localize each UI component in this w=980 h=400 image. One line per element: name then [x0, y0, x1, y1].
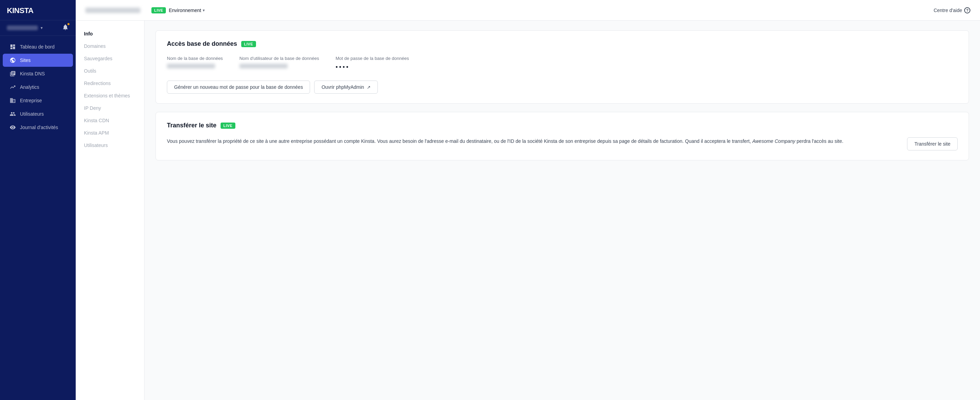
transfer-card-title-text: Transférer le site	[167, 122, 216, 129]
sidebar-item-label: Tableau de bord	[20, 44, 54, 49]
topbar: LIVE Environnement ▾ Centre d'aide ?	[76, 0, 980, 21]
sidebar-item-label: Journal d'activités	[20, 124, 58, 130]
transfer-btn-wrap: Transférer le site	[907, 137, 958, 150]
sidebar-item-label: Utilisateurs	[20, 111, 44, 117]
sidebar-item-label: Sites	[20, 57, 30, 63]
db-card-title: Accès base de données LIVE	[167, 40, 958, 48]
transfer-card-title: Transférer le site LIVE	[167, 122, 958, 129]
db-pass-label: Mot de passe de la base de données	[336, 56, 409, 61]
db-pass-field: Mot de passe de la base de données ••••	[336, 56, 409, 71]
db-user-label: Nom d'utilisateur de la base de données	[240, 56, 319, 61]
open-phpmyadmin-button[interactable]: Ouvrir phpMyAdmin ↗	[314, 81, 378, 94]
db-card-title-text: Accès base de données	[167, 40, 237, 48]
db-action-buttons: Générer un nouveau mot de passe pour la …	[167, 81, 958, 94]
side-menu-item-kinsta-apm[interactable]: Kinsta APM	[76, 127, 144, 139]
sidebar: KINSTA ▾ Tableau de bord Sites Kinsta DN…	[0, 0, 76, 400]
db-live-badge: LIVE	[241, 41, 256, 47]
help-circle-icon: ?	[964, 7, 970, 13]
side-menu-item-utilisateurs[interactable]: Utilisateurs	[76, 139, 144, 151]
help-center-link[interactable]: Centre d'aide ?	[934, 7, 970, 13]
account-name-blur	[7, 25, 38, 30]
transfer-site-button[interactable]: Transférer le site	[907, 137, 958, 150]
sidebar-item-journal[interactable]: Journal d'activités	[3, 121, 73, 134]
side-menu-item-info[interactable]: Info	[76, 27, 144, 40]
sidebar-item-kinsta-dns[interactable]: Kinsta DNS	[3, 67, 73, 80]
live-badge: LIVE	[151, 7, 166, 13]
sidebar-item-label: Kinsta DNS	[20, 71, 45, 76]
db-pass-value: ••••	[336, 64, 350, 70]
external-link-icon: ↗	[367, 85, 371, 90]
db-name-label: Nom de la base de données	[167, 56, 223, 61]
environment-selector[interactable]: Environnement ▾	[169, 8, 204, 13]
side-menu: Info Domaines Sauvegardes Outils Redirec…	[76, 21, 145, 400]
sidebar-account[interactable]: ▾	[0, 20, 76, 36]
transfer-row: Vous pouvez transférer la propriété de c…	[167, 137, 958, 150]
chevron-down-icon: ▾	[203, 8, 205, 13]
db-user-value-blur	[240, 64, 288, 69]
side-menu-item-sauvegardes[interactable]: Sauvegardes	[76, 52, 144, 65]
sidebar-item-label: Analytics	[20, 84, 39, 90]
db-fields: Nom de la base de données Nom d'utilisat…	[167, 56, 958, 71]
content-area: Info Domaines Sauvegardes Outils Redirec…	[76, 21, 980, 400]
side-menu-item-ip-deny[interactable]: IP Deny	[76, 102, 144, 114]
side-menu-item-kinsta-cdn[interactable]: Kinsta CDN	[76, 114, 144, 127]
side-menu-item-outils[interactable]: Outils	[76, 65, 144, 77]
site-name-blur	[85, 8, 140, 13]
sidebar-item-label: Entreprise	[20, 98, 42, 103]
main-area: LIVE Environnement ▾ Centre d'aide ? Inf…	[76, 0, 980, 400]
sidebar-item-entreprise[interactable]: Entreprise	[3, 94, 73, 107]
sidebar-nav: Tableau de bord Sites Kinsta DNS Analyti…	[0, 36, 76, 400]
transfer-description: Vous pouvez transférer la propriété de c…	[167, 137, 896, 146]
db-name-field: Nom de la base de données	[167, 56, 223, 71]
account-chevron-icon: ▾	[41, 25, 43, 30]
page-content: Accès base de données LIVE Nom de la bas…	[145, 21, 980, 400]
side-menu-item-domaines[interactable]: Domaines	[76, 40, 144, 52]
transfer-live-badge: LIVE	[221, 123, 235, 129]
generate-password-button[interactable]: Générer un nouveau mot de passe pour la …	[167, 81, 310, 94]
transfer-card: Transférer le site LIVE Vous pouvez tran…	[156, 112, 969, 160]
logo: KINSTA	[7, 6, 33, 15]
sidebar-logo-area: KINSTA	[0, 0, 76, 20]
db-user-field: Nom d'utilisateur de la base de données	[240, 56, 319, 71]
side-menu-item-redirections[interactable]: Redirections	[76, 77, 144, 89]
notification-badge	[67, 23, 70, 25]
sidebar-item-analytics[interactable]: Analytics	[3, 81, 73, 94]
sidebar-item-utilisateurs[interactable]: Utilisateurs	[3, 107, 73, 121]
db-name-value-blur	[167, 64, 215, 69]
notification-icon[interactable]	[62, 24, 69, 32]
env-group[interactable]: LIVE Environnement ▾	[151, 7, 205, 13]
db-access-card: Accès base de données LIVE Nom de la bas…	[156, 30, 969, 104]
sidebar-item-tableau-de-bord[interactable]: Tableau de bord	[3, 40, 73, 53]
side-menu-item-extensions-themes[interactable]: Extensions et thèmes	[76, 89, 144, 102]
sidebar-item-sites[interactable]: Sites	[3, 54, 73, 67]
